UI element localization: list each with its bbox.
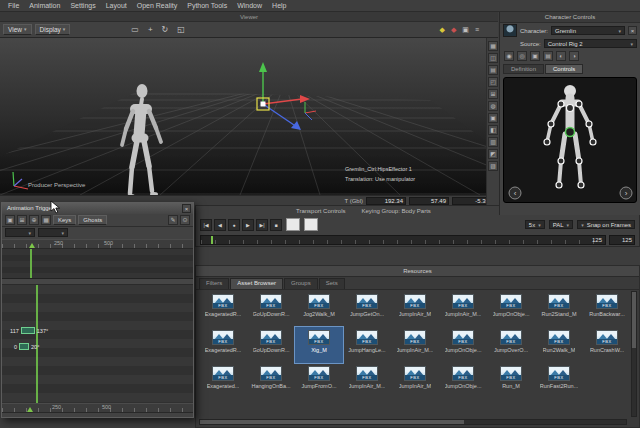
rig-icon-6[interactable]: ◑: [569, 51, 579, 61]
character-dropdown[interactable]: Gremlin▾: [551, 26, 625, 35]
transport-timeline[interactable]: 125: [200, 235, 606, 245]
asset-item[interactable]: FBX JumpInAir_M...: [439, 291, 487, 327]
menu-item[interactable]: Layout: [101, 2, 132, 9]
timeline-ruler-bottom[interactable]: 250 500: [2, 403, 193, 413]
layers-icon[interactable]: ⊞: [17, 215, 27, 225]
axis-marker-yellow-icon[interactable]: ◆: [440, 26, 445, 34]
tab-asset-browser[interactable]: Asset Browser: [230, 278, 283, 289]
tool-icon-2[interactable]: ◫: [488, 53, 498, 63]
scrollbar-thumb[interactable]: [200, 420, 464, 424]
close-icon[interactable]: ×: [628, 26, 637, 35]
trigger-track-list-top[interactable]: [2, 249, 193, 279]
control-rig-figure[interactable]: [544, 85, 596, 188]
asset-item[interactable]: FBX Run_M: [487, 363, 535, 399]
hips-control[interactable]: [566, 128, 575, 137]
tool-icon-6[interactable]: ◍: [488, 101, 498, 111]
asset-item[interactable]: FBX JumpOverO...: [487, 327, 535, 363]
horizontal-scrollbar[interactable]: [199, 419, 627, 425]
next-character-button[interactable]: ›: [620, 187, 632, 199]
format-dropdown[interactable]: PAL▾: [549, 220, 573, 229]
asset-item[interactable]: FBX Run2Stand_M: [535, 291, 583, 327]
asset-item[interactable]: FBX Exagerated...: [199, 363, 247, 399]
tool-icon-1[interactable]: ▦: [488, 41, 498, 51]
asset-item[interactable]: FBX JumpInAir_M: [391, 291, 439, 327]
pencil-icon[interactable]: ✎: [168, 215, 178, 225]
scale-icon[interactable]: ◱: [177, 25, 185, 34]
snap-dropdown[interactable]: ▾Snap on Frames: [577, 220, 635, 229]
translate-icon[interactable]: +: [148, 25, 153, 34]
view-button[interactable]: View▾: [3, 24, 32, 35]
asset-item[interactable]: FBX Run2Walk_M: [535, 327, 583, 363]
rig-icon-5[interactable]: ◐: [556, 51, 566, 61]
asset-item[interactable]: FBX JumpInAir_M...: [343, 363, 391, 399]
trigger-source-dropdown[interactable]: ▾: [5, 228, 35, 237]
asset-item[interactable]: FBX JumpOnObje...: [487, 291, 535, 327]
time-marker[interactable]: [27, 407, 33, 412]
menu-item[interactable]: Settings: [65, 2, 100, 9]
asset-item[interactable]: FBX Jog2Walk_M: [295, 291, 343, 327]
ghosts-button[interactable]: Ghosts: [78, 215, 107, 225]
time-marker[interactable]: [29, 243, 35, 248]
display-button[interactable]: Display▾: [35, 24, 71, 35]
asset-item[interactable]: FBX JumpFromO...: [295, 363, 343, 399]
vertical-scrollbar[interactable]: [631, 291, 637, 417]
menu-item[interactable]: File: [3, 2, 24, 9]
keys-button[interactable]: Keys: [53, 215, 76, 225]
camera-icon[interactable]: ▣: [462, 26, 469, 34]
select-icon[interactable]: ▭: [131, 25, 139, 34]
menu-item[interactable]: Help: [267, 2, 291, 9]
trigger-clip[interactable]: [21, 327, 35, 334]
current-frame-field[interactable]: 125: [609, 235, 635, 245]
pause-button[interactable]: [286, 218, 300, 231]
asset-item[interactable]: FBX ExageratedR...: [199, 327, 247, 363]
keying-group-label[interactable]: Keying Group: Body Parts: [361, 206, 430, 216]
step-back-button[interactable]: ◀: [214, 219, 226, 231]
play-large-button[interactable]: [304, 218, 318, 231]
add-icon[interactable]: ⊕: [29, 215, 39, 225]
speed-dropdown[interactable]: 5x▾: [525, 220, 545, 229]
axis-marker-red-icon[interactable]: ◆: [451, 26, 456, 34]
tab-definition[interactable]: Definition: [503, 64, 544, 74]
control-rig-view[interactable]: ‹ ›: [503, 77, 637, 203]
rig-icon-1[interactable]: ◉: [504, 51, 514, 61]
menu-item[interactable]: Animation: [24, 2, 65, 9]
asset-item[interactable]: FBX JumpOnObje...: [439, 363, 487, 399]
menu-item[interactable]: Open Reality: [132, 2, 182, 9]
tab-filters[interactable]: Filters: [199, 278, 229, 289]
tool-icon-3[interactable]: ▤: [488, 65, 498, 75]
options-icon[interactable]: ≡: [475, 26, 479, 33]
rotate-icon[interactable]: ↻: [162, 25, 169, 34]
rig-icon-3[interactable]: ▣: [530, 51, 540, 61]
trigger-clip[interactable]: [19, 343, 29, 350]
asset-item[interactable]: FBX JumpOnObje...: [439, 327, 487, 363]
tool-icon-5[interactable]: ⊞: [488, 89, 498, 99]
folder-icon[interactable]: ▣: [5, 215, 15, 225]
asset-item[interactable]: FBX JumpHangLe...: [343, 327, 391, 363]
window-title-bar[interactable]: Animation Trigger ×: [2, 203, 193, 214]
tool-icon-7[interactable]: ▣: [488, 113, 498, 123]
asset-item[interactable]: FBX GoUpDownR...: [247, 327, 295, 363]
rig-icon-2[interactable]: ◎: [517, 51, 527, 61]
asset-item[interactable]: FBX RunBackwar...: [583, 291, 631, 327]
tool-icon-10[interactable]: ◩: [488, 149, 498, 159]
playhead-line[interactable]: [30, 249, 32, 278]
scrollbar-thumb[interactable]: [632, 292, 636, 348]
translate-y-field[interactable]: 57.49: [409, 197, 449, 205]
tool-icon-8[interactable]: ◧: [488, 125, 498, 135]
tool-icon-4[interactable]: ◰: [488, 77, 498, 87]
tool-icon-9[interactable]: ▥: [488, 137, 498, 147]
close-icon[interactable]: ×: [182, 204, 191, 213]
go-to-start-button[interactable]: |◀: [200, 219, 212, 231]
asset-item[interactable]: FBX JumpInAir_M...: [391, 327, 439, 363]
tab-sets[interactable]: Sets: [319, 278, 345, 289]
target-icon[interactable]: ⊙: [180, 215, 190, 225]
rig-icon-4[interactable]: ▤: [543, 51, 553, 61]
asset-item[interactable]: FBX GoUpDownR...: [247, 291, 295, 327]
translate-x-field[interactable]: 192.34: [366, 197, 406, 205]
asset-item[interactable]: FBX RunCrashW...: [583, 327, 631, 363]
asset-item[interactable]: FBX ExageratedR...: [199, 291, 247, 327]
trigger-target-dropdown[interactable]: ▾: [38, 228, 68, 237]
trigger-track-list-bottom[interactable]: 117 137° 0 20°: [2, 285, 193, 403]
tool-icon-11[interactable]: ▨: [488, 161, 498, 171]
source-dropdown[interactable]: Control Rig 2▾: [544, 39, 637, 48]
